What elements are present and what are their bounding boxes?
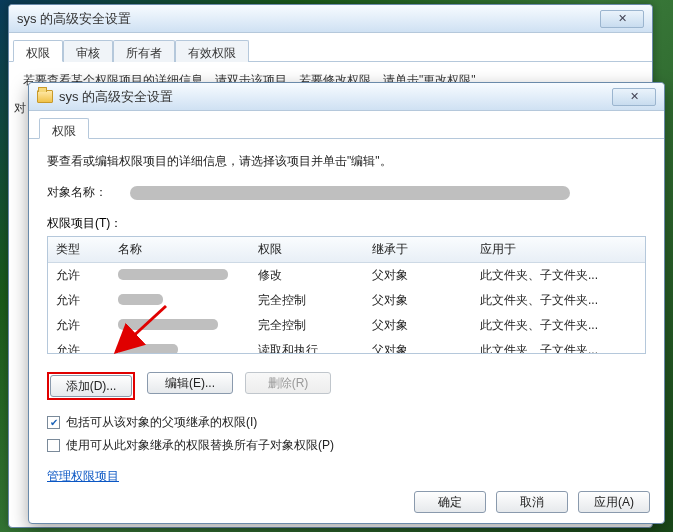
cancel-button[interactable]: 取消 [496, 491, 568, 513]
fg-tab-permissions[interactable]: 权限 [39, 118, 89, 139]
cell-app: 此文件夹、子文件夹... [472, 288, 645, 313]
checkbox-row-1: ✔ 包括可从该对象的父项继承的权限(I) [47, 414, 646, 431]
fg-titlebar[interactable]: sys 的高级安全设置 ✕ [29, 83, 664, 111]
table-body: 允许修改父对象此文件夹、子文件夹...允许完全控制父对象此文件夹、子文件夹...… [48, 263, 645, 354]
ok-button[interactable]: 确定 [414, 491, 486, 513]
bg-tab-permissions[interactable]: 权限 [13, 40, 63, 62]
fg-close-icon[interactable]: ✕ [612, 88, 656, 106]
edit-button[interactable]: 编辑(E)... [147, 372, 233, 394]
table-row[interactable]: 允许完全控制父对象此文件夹、子文件夹... [48, 313, 645, 338]
fg-window: sys 的高级安全设置 ✕ 权限 要查看或编辑权限项目的详细信息，请选择该项目并… [28, 82, 665, 524]
cell-type: 允许 [48, 263, 110, 288]
cell-perm: 完全控制 [250, 288, 364, 313]
footer-buttons: 确定 取消 应用(A) [414, 491, 650, 513]
object-name-label: 对象名称： [47, 185, 107, 199]
th-name[interactable]: 名称 [110, 237, 250, 262]
cell-type: 允许 [48, 313, 110, 338]
fg-title: sys 的高级安全设置 [59, 88, 173, 106]
fg-intro: 要查看或编辑权限项目的详细信息，请选择该项目并单击"编辑"。 [47, 153, 646, 170]
cell-name [110, 313, 250, 338]
cell-app: 此文件夹、子文件夹... [472, 263, 645, 288]
table-row[interactable]: 允许读取和执行父对象此文件夹、子文件夹... [48, 338, 645, 354]
button-row: 添加(D)... 编辑(E)... 删除(R) [47, 372, 646, 400]
table-row[interactable]: 允许修改父对象此文件夹、子文件夹... [48, 263, 645, 288]
cell-inh: 父对象 [364, 338, 472, 354]
bg-titlebar[interactable]: sys 的高级安全设置 ✕ [9, 5, 652, 33]
object-path-redacted [130, 186, 570, 200]
bg-tab-owner[interactable]: 所有者 [113, 40, 175, 62]
manage-perm-link[interactable]: 管理权限项目 [47, 468, 119, 485]
cell-app: 此文件夹、子文件夹... [472, 313, 645, 338]
cell-type: 允许 [48, 288, 110, 313]
cell-perm: 完全控制 [250, 313, 364, 338]
apply-button[interactable]: 应用(A) [578, 491, 650, 513]
checkbox-row-2: 使用可从此对象继承的权限替换所有子对象权限(P) [47, 437, 646, 454]
cell-name [110, 338, 250, 354]
bg-tabs: 权限 审核 所有者 有效权限 [9, 33, 652, 62]
fg-tabs: 权限 [29, 111, 664, 139]
cell-type: 允许 [48, 338, 110, 354]
cell-perm: 读取和执行 [250, 338, 364, 354]
th-type[interactable]: 类型 [48, 237, 110, 262]
bg-title: sys 的高级安全设置 [17, 10, 131, 28]
bg-tab-effective[interactable]: 有效权限 [175, 40, 249, 62]
table-row[interactable]: 允许完全控制父对象此文件夹、子文件夹... [48, 288, 645, 313]
checkbox-inherit[interactable]: ✔ [47, 416, 60, 429]
bg-close-icon[interactable]: ✕ [600, 10, 644, 28]
bg-left-char: 对 [14, 100, 26, 117]
th-inherited[interactable]: 继承于 [364, 237, 472, 262]
perm-items-label: 权限项目(T)： [47, 215, 646, 232]
add-button[interactable]: 添加(D)... [50, 375, 132, 397]
checkbox-replace-label: 使用可从此对象继承的权限替换所有子对象权限(P) [66, 437, 334, 454]
cell-name [110, 288, 250, 313]
cell-inh: 父对象 [364, 263, 472, 288]
bg-tab-audit[interactable]: 审核 [63, 40, 113, 62]
cell-name [110, 263, 250, 288]
add-button-highlight: 添加(D)... [47, 372, 135, 400]
object-name-row: 对象名称： [47, 184, 646, 201]
checkbox-inherit-label: 包括可从该对象的父项继承的权限(I) [66, 414, 257, 431]
checkbox-replace[interactable] [47, 439, 60, 452]
th-applies[interactable]: 应用于 [472, 237, 645, 262]
cell-inh: 父对象 [364, 313, 472, 338]
perm-table: 类型 名称 权限 继承于 应用于 允许修改父对象此文件夹、子文件夹...允许完全… [47, 236, 646, 354]
cell-app: 此文件夹、子文件夹... [472, 338, 645, 354]
delete-button: 删除(R) [245, 372, 331, 394]
cell-inh: 父对象 [364, 288, 472, 313]
th-perm[interactable]: 权限 [250, 237, 364, 262]
cell-perm: 修改 [250, 263, 364, 288]
folder-icon [37, 90, 53, 103]
table-header: 类型 名称 权限 继承于 应用于 [48, 237, 645, 263]
